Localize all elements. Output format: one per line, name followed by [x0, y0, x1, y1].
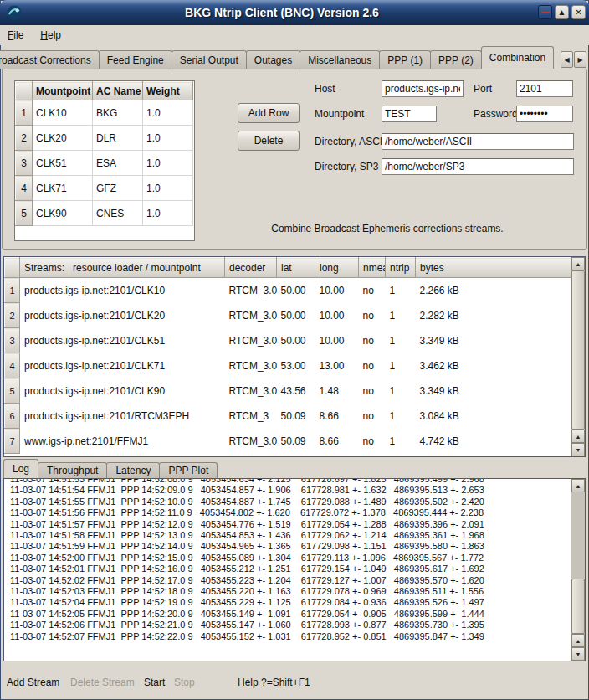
stream-nmea: no	[359, 429, 386, 454]
col-header-long: long	[315, 258, 359, 278]
cell-mountpoint[interactable]: CLK20	[33, 126, 93, 151]
log-line: 11-03-07 14:52:06 FFMJ1 PPP 14:52:21.0 9…	[10, 620, 568, 631]
add-row-button[interactable]: Add Row	[238, 103, 300, 123]
stream-row[interactable]: 6 products.igs-ip.net:2101/RTCM3EPH RTCM…	[5, 404, 571, 429]
stream-row[interactable]: 2 products.igs-ip.net:2101/CLK20 RTCM_3.…	[5, 303, 571, 328]
port-field[interactable]	[516, 80, 573, 97]
cell-mountpoint[interactable]: CLK51	[33, 151, 93, 176]
tab-latency[interactable]: Latency	[106, 462, 160, 478]
menu-file[interactable]: File	[8, 29, 23, 41]
cell-weight[interactable]: 1.0	[143, 201, 193, 226]
stream-mountpoint: products.igs-ip.net:2101/RTCM3EPH	[20, 404, 225, 429]
directory-sp3-label: Directory, SP3	[315, 161, 378, 172]
directory-ascii-field[interactable]	[382, 133, 574, 150]
tab-scroll-left-button[interactable]: ◀	[561, 51, 573, 68]
stream-row-number: 3	[5, 328, 20, 353]
close-button[interactable]: ✕	[571, 5, 586, 19]
tab-outages[interactable]: Outages	[246, 50, 300, 69]
col-header-decoder: decoder	[225, 258, 277, 278]
cell-mountpoint[interactable]: CLK71	[33, 176, 93, 201]
cell-ac-name[interactable]: CNES	[93, 201, 143, 226]
cell-weight[interactable]: 1.0	[143, 100, 193, 126]
cell-mountpoint[interactable]: CLK90	[33, 201, 93, 226]
cell-mountpoint[interactable]: CLK10	[33, 100, 93, 126]
stream-bytes: 4.742 kB	[416, 429, 571, 454]
directory-sp3-field[interactable]	[382, 158, 574, 175]
combination-table-box: Mountpoint AC Name Weight 1 CLK10 BKG 1.…	[14, 80, 195, 241]
stream-row-number: 5	[5, 378, 20, 404]
log-line: 11-03-07 14:52:07 FFMJ1 PPP 14:52:22.0 9…	[10, 631, 568, 642]
log-scrollbar[interactable]: ▲ ▲ ▼	[571, 479, 585, 661]
maximize-button[interactable]: ▲	[555, 5, 569, 19]
stream-long: 10.00	[315, 328, 359, 353]
row-number: 5	[16, 201, 33, 226]
combination-table-row: 4 CLK71 GFZ 1.0	[16, 176, 193, 201]
stream-row[interactable]: 7 www.igs-ip.net:2101/FFMJ1 RTCM_3.0 50.…	[5, 429, 571, 454]
cell-ac-name[interactable]: GFZ	[93, 176, 143, 201]
cell-weight[interactable]: 1.0	[143, 176, 193, 201]
stream-ntrip: 1	[386, 353, 416, 378]
help-hint: Help ?=Shift+F1	[238, 677, 310, 688]
scroll-up-button[interactable]: ▲	[571, 634, 585, 647]
tab-combination[interactable]: Combination	[481, 46, 554, 69]
cell-ac-name[interactable]: DLR	[93, 126, 143, 151]
cell-ac-name[interactable]: ESA	[93, 151, 143, 176]
tab-broadcast-corrections[interactable]: Broadcast Corrections	[0, 50, 100, 69]
stream-lat: 50.09	[277, 429, 315, 454]
host-field[interactable]	[382, 80, 464, 97]
tab-ppp-plot[interactable]: PPP Plot	[159, 462, 218, 478]
bnc-window: BKG Ntrip Client (BNC) Version 2.6 — ▲ ✕…	[0, 0, 589, 700]
tab-log[interactable]: Log	[3, 459, 38, 478]
tab-serial-output[interactable]: Serial Output	[172, 50, 247, 69]
scroll-thumb[interactable]	[571, 579, 585, 634]
menu-help[interactable]: Help	[40, 29, 61, 41]
cell-ac-name[interactable]: BKG	[93, 100, 143, 126]
mountpoint-field[interactable]	[382, 106, 437, 122]
scroll-down-button[interactable]: ▼	[571, 443, 585, 456]
stream-lat: 43.56	[277, 378, 315, 404]
log-line: 11-03-07 14:52:04 FFMJ1 PPP 14:52:19.0 9…	[10, 597, 568, 608]
stream-decoder: RTCM_3.0	[225, 353, 277, 378]
log-lines: 11-03-07 14:51:53 FFMJ1 PPP 14:52:08.0 9…	[10, 478, 568, 642]
password-field[interactable]	[516, 106, 573, 122]
stream-mountpoint: products.igs-ip.net:2101/CLK51	[20, 328, 225, 353]
streams-scrollbar[interactable]: ▲ ▲ ▼	[571, 257, 585, 456]
combination-hint: Combine Broadcast Ephemeris corrections …	[212, 223, 563, 234]
corner-cell	[16, 82, 33, 100]
stream-row[interactable]: 4 products.igs-ip.net:2101/CLK71 RTCM_3.…	[5, 353, 571, 378]
delete-stream-button[interactable]: Delete Stream	[70, 677, 135, 688]
stop-button[interactable]: Stop	[174, 677, 195, 688]
host-label: Host	[315, 83, 335, 95]
col-header-lat: lat	[277, 258, 315, 278]
tab-miscellaneous[interactable]: Miscellaneous	[300, 50, 380, 69]
stream-row[interactable]: 5 products.igs-ip.net:2101/CLK90 RTCM_3.…	[5, 378, 571, 404]
combination-table-row: 2 CLK20 DLR 1.0	[16, 126, 193, 151]
scroll-down-button[interactable]: ▼	[571, 647, 585, 661]
tab-throughput[interactable]: Throughput	[38, 462, 107, 478]
row-number: 4	[16, 176, 33, 201]
cell-weight[interactable]: 1.0	[143, 151, 193, 176]
scroll-thumb[interactable]	[571, 270, 585, 430]
add-stream-button[interactable]: Add Stream	[7, 677, 59, 688]
tab-ppp-2[interactable]: PPP (2)	[430, 50, 482, 69]
stream-long: 10.00	[315, 278, 359, 303]
stream-mountpoint: www.igs-ip.net:2101/FFMJ1	[20, 429, 225, 454]
tab-scroll-right-button[interactable]: ▶	[574, 51, 586, 68]
stream-bytes: 3.462 kB	[416, 353, 571, 378]
stream-nmea: no	[359, 404, 386, 429]
minimize-button[interactable]: —	[538, 5, 552, 19]
stream-row[interactable]: 1 products.igs-ip.net:2101/CLK10 RTCM_3.…	[5, 278, 571, 303]
port-label: Port	[474, 83, 492, 95]
scroll-up-button[interactable]: ▲	[571, 257, 585, 270]
scroll-up-button[interactable]: ▲	[571, 430, 585, 443]
tab-feed-engine[interactable]: Feed Engine	[99, 50, 172, 69]
tab-ppp-1[interactable]: PPP (1)	[379, 50, 431, 69]
cell-weight[interactable]: 1.0	[143, 126, 193, 151]
titlebar[interactable]: BKG Ntrip Client (BNC) Version 2.6 — ▲ ✕	[0, 0, 589, 25]
stream-row[interactable]: 3 products.igs-ip.net:2101/CLK51 RTCM_3.…	[5, 328, 571, 353]
delete-button[interactable]: Delete	[238, 131, 300, 151]
combination-table: Mountpoint AC Name Weight 1 CLK10 BKG 1.…	[15, 81, 193, 226]
row-number: 1	[16, 100, 33, 126]
scroll-up-button[interactable]: ▲	[571, 479, 585, 492]
start-button[interactable]: Start	[144, 677, 165, 688]
